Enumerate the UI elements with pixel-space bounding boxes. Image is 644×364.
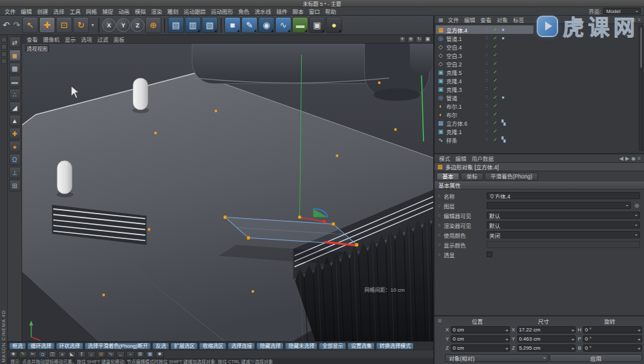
title-bar[interactable]: 未标题 5 * - 主要 [0,0,644,7]
menu-item[interactable]: 窗口 [306,7,323,15]
magnet-tool-icon[interactable]: Ω [38,351,47,358]
menu-item[interactable]: 选择 [51,7,67,15]
undo-icon[interactable]: ↶ [1,17,11,33]
visibility-dots-icon[interactable]: ∶ [486,61,491,66]
object-name[interactable]: 样条 [446,136,484,144]
command-button[interactable]: 收缩选区 [199,343,226,350]
command-button[interactable]: 全部显示 [319,343,346,350]
render-visible-select[interactable]: 默认 [487,221,640,229]
attribute-menu-item[interactable]: 编辑 [453,154,469,162]
rotate-view-icon[interactable]: ↻ [416,36,423,43]
command-button[interactable]: 框选 [9,343,26,350]
attribute-menu-item[interactable]: 模式 [436,154,453,162]
object-row[interactable]: ◐ 布尔.1 ∶ ✓ [436,102,533,110]
object-manager-menu-item[interactable]: 标签 [511,16,527,23]
command-button[interactable]: 扩展选区 [170,343,198,350]
bevel-tool-icon[interactable]: ◣ [68,351,76,358]
command-button[interactable]: 选择连接 [228,343,255,350]
am-lock-icon[interactable]: ◉ [631,156,636,161]
scrollbar-thumb[interactable] [640,27,642,68]
scale-tool-icon[interactable]: ⊡ [56,17,72,33]
visibility-dots-icon[interactable]: ∶ [486,103,491,109]
history-back-icon[interactable]: ◀ [619,156,623,161]
layout-preset-icon[interactable] [1,51,7,57]
spinner-icon[interactable]: ◂▸ [505,346,508,350]
menu-item[interactable]: 流水线 [252,7,274,15]
object-name[interactable]: 克隆.5 [446,68,484,76]
layout-preset-icon[interactable] [1,44,7,49]
coordinate-space-select[interactable]: 对象(相对) [445,354,548,362]
object-row[interactable]: ◇ 空白.3 ∶ ✓ [436,51,533,59]
toggle-view-icon[interactable]: ▣ [424,36,431,43]
apply-button[interactable]: 应用 [550,354,642,362]
size-field[interactable]: 0.463 cm◂▸ [517,335,576,343]
object-row[interactable]: ▣ 克隆.5 ∶ ✓ [436,68,533,76]
visibility-dots-icon[interactable]: ∶ [486,35,491,41]
spinner-icon[interactable]: ◂▸ [637,346,640,350]
spinner-icon[interactable]: ◂▸ [637,328,640,332]
points-mode-icon[interactable]: ∴ [9,89,21,100]
add-deformer-icon[interactable]: ∿ [275,17,291,33]
command-button[interactable]: 转换选择模式 [376,343,414,350]
command-button[interactable]: 选择平滑着色(Phong)断开 [85,343,151,350]
editor-visible-select[interactable]: 默认 [487,212,640,219]
enable-check-icon[interactable]: ✓ [493,128,500,134]
menu-item[interactable]: 编辑 [18,7,34,15]
pan-view-icon[interactable]: ✛ [399,36,406,43]
iron-tool-icon[interactable]: ≡ [58,351,66,358]
menu-item[interactable]: 创建 [34,7,51,15]
om-lock-icon[interactable]: ⊙ [632,17,636,23]
attribute-tab[interactable]: 基本 [436,173,459,180]
zoom-view-icon[interactable]: ⊕ [407,36,414,43]
smooth-tool-icon[interactable]: ~ [126,351,135,358]
texture-mode-icon[interactable]: ▩ [9,63,21,74]
command-button[interactable]: 隐藏未选择 [285,343,317,350]
edges-mode-icon[interactable]: ◢ [9,102,21,113]
add-camera-icon[interactable]: ▣ [309,17,325,33]
add-spline-pen-icon[interactable]: ✎ [241,17,258,33]
viewport-menu-item[interactable]: 显示 [62,35,79,43]
rotation-field[interactable]: 0 °◂▸ [583,326,642,333]
object-name[interactable]: 空白.3 [446,51,484,59]
menu-item[interactable]: 网格 [83,7,100,15]
viewport-menu-item[interactable]: 过滤 [95,35,111,43]
menu-item[interactable]: 帮助 [323,7,339,15]
command-button[interactable]: 循环选择 [27,343,55,350]
viewport-menu-item[interactable]: 面板 [111,35,127,43]
attribute-tab[interactable]: 坐标 [461,173,483,180]
visibility-dots-icon[interactable]: ∶ [486,69,491,75]
menu-item[interactable]: 运动图形 [208,7,235,15]
workplane-snap-icon[interactable]: ⊥ [9,167,21,178]
axis-mode-icon[interactable]: ✚ [9,128,21,139]
solo-mode-icon[interactable]: ● [9,141,21,152]
object-manager-menu-item[interactable]: 对象 [494,16,511,23]
knife-tool-icon[interactable]: ✂ [29,351,37,358]
array-tool-icon[interactable]: ⊞ [136,351,144,358]
enable-check-icon[interactable]: ✓ [493,103,500,109]
object-row[interactable]: ▣ 克隆.1 ∶ ✓ [436,127,533,135]
mirror-tool-icon[interactable]: ◫ [48,351,57,358]
object-row[interactable]: ∿ 样条 ∶ ✓ ▚ [436,135,533,144]
object-name[interactable]: 立方体.6 [446,119,484,127]
viewport-menu-item[interactable]: 查看 [24,35,40,43]
menu-item[interactable]: 脚本 [290,7,306,15]
weld-tool-icon[interactable]: ⊙ [97,351,105,358]
object-name[interactable]: 布尔.1 [446,102,484,110]
redo-icon[interactable]: ↷ [12,17,21,33]
layout-preset-icon[interactable] [1,37,7,42]
history-forward-icon[interactable]: ▶ [625,156,629,161]
object-name[interactable]: 克隆.4 [446,77,484,85]
command-button[interactable]: 隐藏选择 [256,343,284,350]
viewport-menu-item[interactable]: 选项 [79,35,95,43]
add-subdivision-surface-icon[interactable]: ◉ [258,17,275,33]
enable-check-icon[interactable]: ✓ [493,52,500,58]
object-name[interactable]: 管道.1 [446,35,484,42]
object-tag-icon[interactable]: ● [502,27,508,33]
interface-layout-select[interactable]: Model [603,8,641,14]
object-row[interactable]: ◎ 管道.1 ∶ ✓ ● [436,34,533,42]
scrollbar[interactable] [639,25,643,151]
spinner-icon[interactable]: ◂▸ [637,337,640,341]
menu-item[interactable]: 工具 [67,7,83,15]
name-input[interactable] [487,192,640,199]
visibility-dots-icon[interactable]: ∶ [486,128,491,134]
